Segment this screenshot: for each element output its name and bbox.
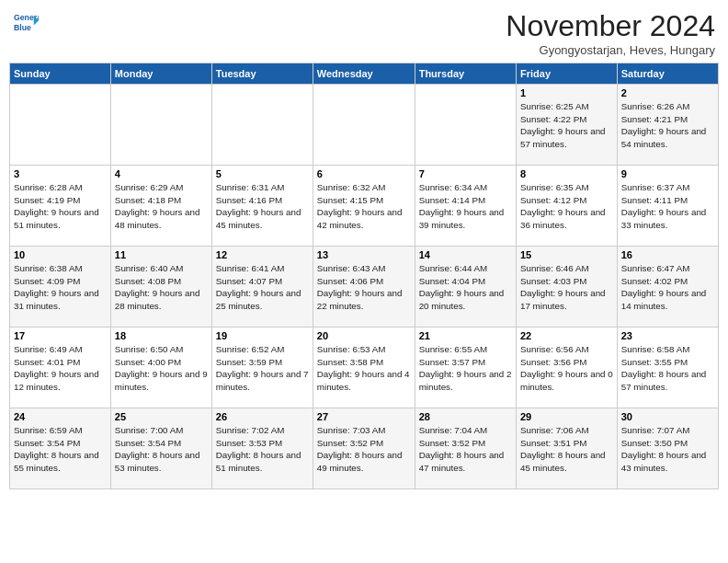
- calendar-cell: 30Sunrise: 7:07 AM Sunset: 3:50 PM Dayli…: [617, 408, 718, 489]
- calendar-cell: 5Sunrise: 6:31 AM Sunset: 4:16 PM Daylig…: [211, 166, 313, 247]
- day-info: Sunrise: 6:29 AM Sunset: 4:18 PM Dayligh…: [115, 181, 208, 232]
- day-info: Sunrise: 6:44 AM Sunset: 4:04 PM Dayligh…: [419, 262, 512, 313]
- calendar-cell: 8Sunrise: 6:35 AM Sunset: 4:12 PM Daylig…: [516, 166, 617, 247]
- svg-text:Blue: Blue: [14, 23, 31, 32]
- day-number: 10: [14, 249, 107, 260]
- title-block: November 2024 Gyongyostarjan, Heves, Hun…: [506, 9, 715, 57]
- calendar-cell: 2Sunrise: 6:26 AM Sunset: 4:21 PM Daylig…: [617, 85, 718, 166]
- calendar-cell: 17Sunrise: 6:49 AM Sunset: 4:01 PM Dayli…: [10, 327, 111, 408]
- day-number: 4: [115, 168, 208, 179]
- day-info: Sunrise: 6:53 AM Sunset: 3:58 PM Dayligh…: [317, 343, 411, 394]
- logo-icon: General Blue: [13, 9, 39, 35]
- day-info: Sunrise: 6:25 AM Sunset: 4:22 PM Dayligh…: [520, 100, 613, 151]
- calendar-cell: 16Sunrise: 6:47 AM Sunset: 4:02 PM Dayli…: [617, 247, 718, 327]
- calendar-week-3: 10Sunrise: 6:38 AM Sunset: 4:09 PM Dayli…: [10, 247, 719, 327]
- calendar-cell: 7Sunrise: 6:34 AM Sunset: 4:14 PM Daylig…: [415, 166, 516, 247]
- day-number: 14: [419, 249, 512, 260]
- day-number: 27: [317, 411, 411, 422]
- day-info: Sunrise: 6:59 AM Sunset: 3:54 PM Dayligh…: [14, 424, 107, 475]
- calendar-cell: 27Sunrise: 7:03 AM Sunset: 3:52 PM Dayli…: [313, 408, 415, 489]
- day-number: 23: [621, 330, 714, 341]
- day-number: 25: [115, 411, 208, 422]
- day-number: 20: [317, 330, 411, 341]
- calendar-cell: 1Sunrise: 6:25 AM Sunset: 4:22 PM Daylig…: [516, 85, 617, 166]
- calendar-cell: 13Sunrise: 6:43 AM Sunset: 4:06 PM Dayli…: [313, 247, 415, 327]
- location: Gyongyostarjan, Heves, Hungary: [506, 43, 715, 57]
- calendar-cell: 28Sunrise: 7:04 AM Sunset: 3:52 PM Dayli…: [415, 408, 516, 489]
- calendar-cell: 9Sunrise: 6:37 AM Sunset: 4:11 PM Daylig…: [617, 166, 718, 247]
- day-info: Sunrise: 6:31 AM Sunset: 4:16 PM Dayligh…: [216, 181, 309, 232]
- calendar-cell: 6Sunrise: 6:32 AM Sunset: 4:15 PM Daylig…: [313, 166, 415, 247]
- calendar-week-5: 24Sunrise: 6:59 AM Sunset: 3:54 PM Dayli…: [10, 408, 719, 489]
- calendar-cell: 3Sunrise: 6:28 AM Sunset: 4:19 PM Daylig…: [10, 166, 111, 247]
- calendar-cell: 20Sunrise: 6:53 AM Sunset: 3:58 PM Dayli…: [313, 327, 415, 408]
- calendar-cell: 15Sunrise: 6:46 AM Sunset: 4:03 PM Dayli…: [516, 247, 617, 327]
- calendar-cell: 25Sunrise: 7:00 AM Sunset: 3:54 PM Dayli…: [110, 408, 211, 489]
- day-info: Sunrise: 6:26 AM Sunset: 4:21 PM Dayligh…: [621, 100, 714, 151]
- day-number: 26: [216, 411, 309, 422]
- day-info: Sunrise: 6:56 AM Sunset: 3:56 PM Dayligh…: [520, 343, 613, 394]
- day-number: 29: [520, 411, 613, 422]
- day-info: Sunrise: 7:04 AM Sunset: 3:52 PM Dayligh…: [419, 424, 512, 475]
- calendar-cell: 24Sunrise: 6:59 AM Sunset: 3:54 PM Dayli…: [10, 408, 111, 489]
- calendar-week-4: 17Sunrise: 6:49 AM Sunset: 4:01 PM Dayli…: [10, 327, 719, 408]
- calendar-cell: 18Sunrise: 6:50 AM Sunset: 4:00 PM Dayli…: [110, 327, 211, 408]
- day-info: Sunrise: 6:40 AM Sunset: 4:08 PM Dayligh…: [115, 262, 208, 313]
- day-info: Sunrise: 6:50 AM Sunset: 4:00 PM Dayligh…: [115, 343, 208, 394]
- day-info: Sunrise: 6:46 AM Sunset: 4:03 PM Dayligh…: [520, 262, 613, 313]
- day-info: Sunrise: 6:58 AM Sunset: 3:55 PM Dayligh…: [621, 343, 714, 394]
- day-number: 19: [216, 330, 309, 341]
- calendar-week-1: 1Sunrise: 6:25 AM Sunset: 4:22 PM Daylig…: [10, 85, 719, 166]
- day-info: Sunrise: 7:07 AM Sunset: 3:50 PM Dayligh…: [621, 424, 714, 475]
- day-info: Sunrise: 6:43 AM Sunset: 4:06 PM Dayligh…: [317, 262, 411, 313]
- calendar-table: SundayMondayTuesdayWednesdayThursdayFrid…: [9, 63, 719, 489]
- calendar-cell: 26Sunrise: 7:02 AM Sunset: 3:53 PM Dayli…: [211, 408, 313, 489]
- page-header: General Blue November 2024 Gyongyostarja…: [9, 9, 719, 57]
- day-number: 30: [621, 411, 714, 422]
- calendar-cell: [313, 85, 415, 166]
- calendar-header-row: SundayMondayTuesdayWednesdayThursdayFrid…: [10, 63, 719, 85]
- logo: General Blue: [13, 9, 39, 35]
- day-number: 9: [621, 168, 714, 179]
- day-header-thursday: Thursday: [415, 63, 516, 85]
- calendar-cell: 12Sunrise: 6:41 AM Sunset: 4:07 PM Dayli…: [211, 247, 313, 327]
- calendar-cell: [211, 85, 313, 166]
- day-header-friday: Friday: [516, 63, 617, 85]
- calendar-cell: [415, 85, 516, 166]
- day-info: Sunrise: 6:47 AM Sunset: 4:02 PM Dayligh…: [621, 262, 714, 313]
- day-header-tuesday: Tuesday: [211, 63, 313, 85]
- calendar-cell: 10Sunrise: 6:38 AM Sunset: 4:09 PM Dayli…: [10, 247, 111, 327]
- day-number: 18: [115, 330, 208, 341]
- day-number: 11: [115, 249, 208, 260]
- calendar-cell: 4Sunrise: 6:29 AM Sunset: 4:18 PM Daylig…: [110, 166, 211, 247]
- day-number: 8: [520, 168, 613, 179]
- day-header-monday: Monday: [110, 63, 211, 85]
- day-info: Sunrise: 6:35 AM Sunset: 4:12 PM Dayligh…: [520, 181, 613, 232]
- day-number: 12: [216, 249, 309, 260]
- calendar-cell: 14Sunrise: 6:44 AM Sunset: 4:04 PM Dayli…: [415, 247, 516, 327]
- calendar-cell: [110, 85, 211, 166]
- day-header-saturday: Saturday: [617, 63, 718, 85]
- day-number: 13: [317, 249, 411, 260]
- day-number: 3: [14, 168, 107, 179]
- day-number: 7: [419, 168, 512, 179]
- day-number: 28: [419, 411, 512, 422]
- day-info: Sunrise: 7:00 AM Sunset: 3:54 PM Dayligh…: [115, 424, 208, 475]
- day-number: 5: [216, 168, 309, 179]
- day-info: Sunrise: 7:02 AM Sunset: 3:53 PM Dayligh…: [216, 424, 309, 475]
- calendar-cell: 21Sunrise: 6:55 AM Sunset: 3:57 PM Dayli…: [415, 327, 516, 408]
- day-number: 6: [317, 168, 411, 179]
- day-number: 22: [520, 330, 613, 341]
- day-info: Sunrise: 7:06 AM Sunset: 3:51 PM Dayligh…: [520, 424, 613, 475]
- day-number: 2: [621, 87, 714, 98]
- calendar-week-2: 3Sunrise: 6:28 AM Sunset: 4:19 PM Daylig…: [10, 166, 719, 247]
- calendar-cell: 23Sunrise: 6:58 AM Sunset: 3:55 PM Dayli…: [617, 327, 718, 408]
- day-info: Sunrise: 6:55 AM Sunset: 3:57 PM Dayligh…: [419, 343, 512, 394]
- day-info: Sunrise: 6:41 AM Sunset: 4:07 PM Dayligh…: [216, 262, 309, 313]
- day-number: 1: [520, 87, 613, 98]
- calendar-cell: 19Sunrise: 6:52 AM Sunset: 3:59 PM Dayli…: [211, 327, 313, 408]
- day-info: Sunrise: 6:38 AM Sunset: 4:09 PM Dayligh…: [14, 262, 107, 313]
- calendar-cell: 29Sunrise: 7:06 AM Sunset: 3:51 PM Dayli…: [516, 408, 617, 489]
- day-info: Sunrise: 6:28 AM Sunset: 4:19 PM Dayligh…: [14, 181, 107, 232]
- month-title: November 2024: [506, 9, 715, 43]
